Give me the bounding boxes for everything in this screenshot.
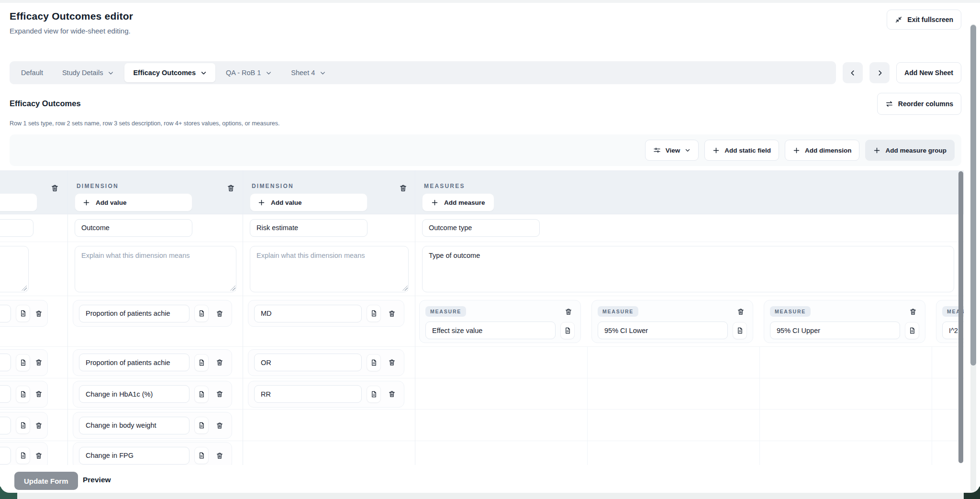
add-new-sheet-button[interactable]: Add New Sheet (896, 62, 961, 83)
note-icon[interactable] (194, 386, 209, 403)
value-input[interactable] (79, 354, 189, 371)
delete-measure-button[interactable] (735, 304, 747, 319)
tab-study-details[interactable]: Study Details (54, 63, 122, 82)
tab-label: Study Details (62, 69, 103, 77)
value-input[interactable] (0, 305, 11, 322)
value-cell (0, 441, 67, 465)
note-icon[interactable] (16, 305, 30, 322)
chevron-right-icon (876, 69, 883, 77)
plus-icon (793, 147, 800, 154)
dimension-description-textarea[interactable] (250, 246, 409, 292)
reorder-columns-button[interactable]: Reorder columns (877, 93, 961, 115)
add-value-label: Add value (96, 199, 127, 206)
delete-column-button[interactable] (48, 181, 61, 195)
note-icon[interactable] (194, 354, 209, 371)
value-input[interactable] (254, 385, 362, 403)
field-name-cell (68, 214, 243, 242)
dimension-description-textarea[interactable] (75, 246, 236, 292)
sheet-vertical-scrollbar[interactable] (958, 171, 963, 463)
tab-sheet-4[interactable]: Sheet 4 (282, 63, 334, 82)
field-description-cell (68, 242, 243, 297)
tab-efficacy-outcomes[interactable]: Efficacy Outcomes (124, 63, 215, 82)
delete-value-button[interactable] (213, 387, 226, 401)
note-icon[interactable] (194, 417, 209, 434)
value-input[interactable] (79, 417, 189, 434)
view-dropdown-button[interactable]: View (645, 140, 699, 161)
note-icon[interactable] (367, 354, 381, 371)
dimension-name-input[interactable] (250, 219, 368, 237)
note-icon[interactable] (367, 305, 381, 322)
measure-name-input[interactable] (425, 322, 556, 339)
value-input[interactable] (254, 354, 362, 371)
delete-value-button[interactable] (35, 418, 43, 432)
note-icon[interactable] (194, 447, 209, 464)
column-type-label: DIMENSION (252, 183, 294, 189)
delete-value-button[interactable] (213, 418, 226, 432)
value-input[interactable] (79, 385, 189, 403)
delete-value-button[interactable] (35, 448, 43, 463)
measure-group-description-textarea[interactable]: Type of outcome (422, 246, 954, 292)
value-input[interactable] (79, 447, 189, 465)
dimension-name-input[interactable] (75, 219, 192, 237)
note-icon[interactable] (194, 305, 209, 322)
measure-name-input[interactable] (770, 322, 900, 339)
delete-column-button[interactable] (397, 181, 409, 195)
value-cell (0, 378, 67, 410)
value-input[interactable] (0, 447, 11, 465)
add-dimension-button[interactable]: Add dimension (785, 140, 860, 161)
measure-badge: MEASURE (770, 306, 811, 317)
note-icon[interactable] (16, 354, 30, 371)
delete-measure-button[interactable] (562, 304, 575, 319)
value-input[interactable] (0, 385, 11, 403)
delete-value-button[interactable] (213, 355, 226, 370)
tab-qa-rob-1[interactable]: QA - RoB 1 (217, 63, 280, 82)
sheet-grid: means (0, 170, 964, 465)
delete-value-button[interactable] (213, 448, 226, 463)
add-value-button[interactable] (0, 193, 37, 211)
column-type-label: DIMENSION (77, 183, 119, 189)
column-header-cell (0, 170, 67, 214)
delete-value-button[interactable] (35, 306, 43, 321)
add-static-field-button[interactable]: Add static field (704, 140, 779, 161)
field-name-input[interactable] (0, 219, 33, 237)
delete-value-button[interactable] (386, 355, 398, 370)
note-icon[interactable] (16, 417, 30, 434)
delete-column-button[interactable] (224, 181, 237, 195)
prev-sheet-button[interactable] (843, 62, 863, 83)
plus-icon (431, 199, 438, 206)
value-input[interactable] (254, 305, 362, 322)
delete-value-button[interactable] (213, 306, 226, 321)
tab-default[interactable]: Default (12, 63, 52, 82)
preview-button[interactable]: Preview (83, 476, 111, 484)
note-icon[interactable] (560, 322, 575, 339)
note-icon[interactable] (905, 322, 919, 339)
add-measure-group-button[interactable]: Add measure group (865, 140, 955, 161)
add-value-button[interactable]: Add value (250, 193, 368, 211)
exit-fullscreen-button[interactable]: Exit fullscreen (887, 10, 961, 30)
value-input[interactable] (0, 354, 11, 371)
measure-name-input[interactable] (598, 322, 728, 339)
note-icon[interactable] (16, 447, 30, 464)
delete-measure-button[interactable] (907, 304, 919, 319)
value-input[interactable] (79, 305, 189, 322)
update-form-button[interactable]: Update Form (14, 472, 78, 490)
helper-text: Row 1 sets type, row 2 sets name, row 3 … (10, 120, 279, 127)
field-name-cell (415, 214, 964, 242)
delete-value-button[interactable] (35, 355, 43, 370)
add-value-button[interactable]: Add value (75, 193, 192, 211)
field-description-textarea[interactable]: means (0, 246, 29, 292)
value-input[interactable] (0, 417, 11, 434)
add-measure-button[interactable]: Add measure (422, 193, 494, 211)
delete-value-button[interactable] (386, 306, 398, 321)
next-sheet-button[interactable] (869, 62, 890, 83)
delete-value-button[interactable] (386, 387, 398, 401)
page-subtitle: Expanded view for wide-sheet editing. (10, 27, 131, 35)
page-scrollbar-thumb[interactable] (970, 25, 976, 366)
delete-value-button[interactable] (35, 387, 43, 401)
note-icon[interactable] (733, 322, 747, 339)
measure-group-name-input[interactable] (422, 219, 540, 237)
column-dimension-outcome: DIMENSION Add value (68, 170, 243, 465)
note-icon[interactable] (367, 386, 381, 403)
chevron-down-icon (108, 70, 114, 76)
note-icon[interactable] (16, 386, 30, 403)
